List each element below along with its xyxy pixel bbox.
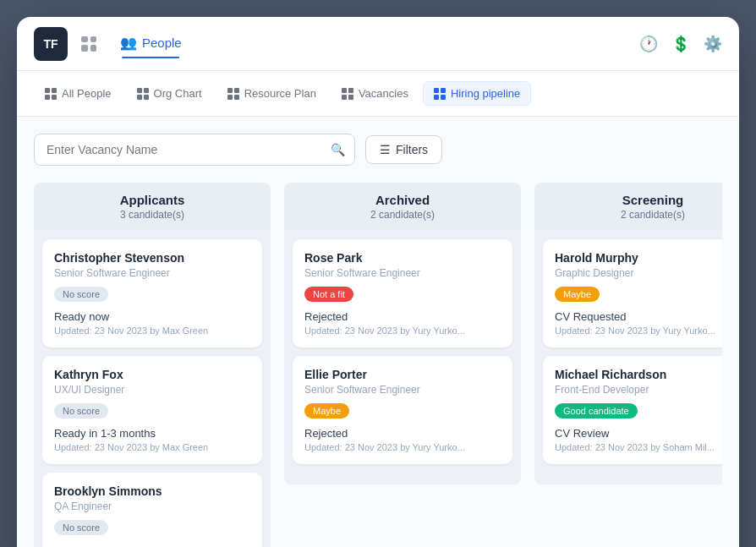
candidate-badge: Maybe (555, 287, 600, 302)
search-input[interactable] (34, 134, 355, 166)
subnav-resource-plan-label: Resource Plan (244, 87, 316, 100)
nav-tabs: 👥 People (110, 28, 626, 59)
card-archived-1[interactable]: Ellie Porter Senior Software Engineer Ma… (293, 356, 512, 464)
card-applicants-0[interactable]: Christopher Stevenson Senior Software En… (42, 239, 262, 347)
subnav-hiring-pipeline[interactable]: Hiring pipeline (423, 81, 531, 106)
settings-icon[interactable]: ⚙️ (704, 35, 722, 53)
candidate-name: Brooklyn Simmons (54, 484, 250, 498)
candidate-updated: Updated: 23 Nov 2023 by Yury Yurko... (555, 325, 722, 336)
column-count-screening: 2 candidate(s) (548, 209, 722, 221)
card-screening-0[interactable]: Harold Murphy Graphic Designer Maybe CV … (543, 239, 722, 347)
column-header-screening: Screening 2 candidate(s) (534, 183, 722, 231)
candidate-role: QA Engineer (54, 501, 250, 512)
column-applicants: Applicants 3 candidate(s) Christopher St… (34, 183, 271, 547)
column-header-applicants: Applicants 3 candidate(s) (34, 183, 271, 231)
candidate-updated: Updated: 23 Nov 2023 by Yury Yurko... (304, 442, 501, 452)
candidate-status: CV Requested (555, 310, 722, 323)
subnav-hiring-pipeline-label: Hiring pipeline (451, 87, 520, 100)
people-icon: 👥 (120, 35, 137, 51)
candidate-name: Rose Park (304, 251, 501, 265)
top-nav: TF 👥 People 🕐 💲 ⚙️ (17, 17, 739, 71)
subnav-vacancies[interactable]: Vacancies (331, 81, 419, 106)
all-people-icon (45, 88, 57, 100)
app-window: TF 👥 People 🕐 💲 ⚙️ All People (17, 17, 739, 547)
subnav-all-people-label: All People (62, 87, 112, 100)
tab-people[interactable]: 👥 People (110, 28, 192, 59)
candidate-badge: No score (54, 403, 108, 418)
nav-right: 🕐 💲 ⚙️ (639, 35, 722, 53)
column-archived: Archived 2 candidate(s) Rose Park Senior… (284, 183, 521, 547)
candidate-role: Senior Software Engineer (304, 267, 501, 279)
column-body-applicants: Christopher Stevenson Senior Software En… (34, 231, 271, 547)
column-title-screening: Screening (548, 193, 722, 207)
column-body-screening: Harold Murphy Graphic Designer Maybe CV … (534, 231, 722, 484)
candidate-name: Kathryn Fox (54, 368, 250, 381)
candidate-badge: No score (54, 520, 108, 535)
search-bar: 🔍 ☰ Filters (34, 134, 722, 166)
clock-icon[interactable]: 🕐 (639, 35, 658, 53)
candidate-status: CV Review (555, 427, 722, 440)
column-title-archived: Archived (298, 193, 507, 207)
filter-icon: ☰ (380, 143, 391, 156)
subnav-vacancies-label: Vacancies (359, 87, 408, 100)
candidate-role: Graphic Designer (555, 267, 722, 279)
dollar-icon[interactable]: 💲 (671, 35, 690, 53)
pipeline-board: Applicants 3 candidate(s) Christopher St… (34, 183, 722, 547)
candidate-role: UX/UI Designer (54, 384, 250, 396)
column-screening: Screening 2 candidate(s) Harold Murphy G… (534, 183, 722, 547)
subnav-all-people[interactable]: All People (34, 81, 123, 106)
logo-text: TF (43, 37, 58, 51)
candidate-status: Rejected (304, 310, 501, 323)
candidate-name: Harold Murphy (555, 251, 722, 265)
column-count-archived: 2 candidate(s) (298, 209, 507, 221)
candidate-updated: Updated: 23 Nov 2023 by Max Green (54, 325, 250, 336)
subnav-resource-plan[interactable]: Resource Plan (216, 81, 327, 106)
card-applicants-1[interactable]: Kathryn Fox UX/UI Designer No score Read… (42, 356, 262, 464)
candidate-updated: Updated: 23 Nov 2023 by Soham Mil... (555, 442, 722, 452)
candidate-role: Senior Software Engineer (54, 267, 250, 279)
tab-people-label: People (142, 36, 182, 50)
card-archived-0[interactable]: Rose Park Senior Software Engineer Not a… (293, 239, 512, 347)
sub-nav: All People Org Chart Resource Plan Vacan… (17, 71, 739, 117)
vacancies-icon (342, 88, 353, 100)
candidate-name: Ellie Porter (304, 368, 501, 381)
filter-button[interactable]: ☰ Filters (365, 135, 442, 164)
column-count-applicants: 3 candidate(s) (47, 209, 257, 221)
candidate-status: Ready now (54, 310, 250, 323)
candidate-badge: No score (54, 287, 108, 302)
subnav-org-chart-label: Org Chart (154, 87, 202, 100)
column-header-archived: Archived 2 candidate(s) (284, 183, 521, 231)
search-icon: 🔍 (331, 143, 345, 156)
candidate-role: Senior Software Engineer (304, 384, 501, 396)
card-applicants-2[interactable]: Brooklyn Simmons QA Engineer No score (42, 473, 262, 547)
main-content: 🔍 ☰ Filters Applicants 3 candidate(s) Ch… (17, 117, 739, 547)
candidate-role: Front-End Developer (555, 384, 722, 396)
candidate-badge: Not a fit (304, 287, 353, 302)
resource-plan-icon (227, 88, 239, 100)
candidate-status: Ready in 1-3 months (54, 427, 250, 440)
candidate-updated: Updated: 23 Nov 2023 by Max Green (54, 442, 250, 452)
candidate-status: Rejected (304, 427, 501, 440)
candidate-badge: Maybe (304, 403, 349, 418)
column-body-archived: Rose Park Senior Software Engineer Not a… (284, 231, 521, 484)
candidate-name: Christopher Stevenson (54, 251, 250, 265)
card-screening-1[interactable]: Michael Richardson Front-End Developer G… (543, 356, 722, 464)
grid-icon[interactable] (81, 36, 96, 52)
org-chart-icon (137, 88, 149, 100)
candidate-name: Michael Richardson (555, 368, 722, 381)
candidate-badge: Good candidate (555, 403, 638, 418)
logo: TF (34, 27, 68, 61)
candidate-updated: Updated: 23 Nov 2023 by Yury Yurko... (304, 325, 501, 336)
filter-label: Filters (396, 143, 428, 156)
hiring-pipeline-icon (434, 88, 446, 100)
subnav-org-chart[interactable]: Org Chart (126, 81, 213, 106)
column-title-applicants: Applicants (47, 193, 257, 207)
search-input-wrap: 🔍 (34, 134, 355, 166)
